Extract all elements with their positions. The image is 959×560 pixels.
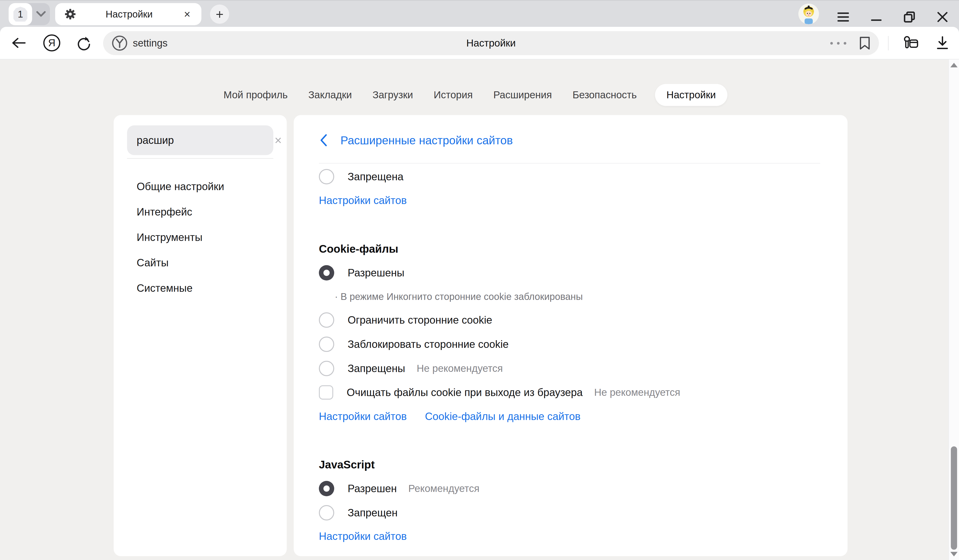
radio-unselected-icon[interactable] <box>319 169 334 185</box>
new-tab-button[interactable]: + <box>210 5 229 24</box>
not-recommended-note: Не рекомендуется <box>594 387 680 398</box>
radio-label: Запрещены <box>348 363 405 374</box>
radio-unselected-icon[interactable] <box>319 337 334 352</box>
radio-label: Запрещена <box>348 171 403 183</box>
sidebar-items: Общие настройки Интерфейс Инструменты Са… <box>114 174 287 301</box>
nav-tab-downloads[interactable]: Загрузки <box>370 84 416 106</box>
yandex-logo-icon: Я <box>43 34 61 52</box>
back-button[interactable] <box>7 27 30 59</box>
radio-label: Разрешен <box>348 482 397 495</box>
nav-tab-security[interactable]: Безопасность <box>570 84 639 106</box>
scrollbar-thumb[interactable] <box>951 446 957 550</box>
radio-option-forbidden-top[interactable]: Запрещена <box>319 168 820 185</box>
sidebar-item-tools[interactable]: Инструменты <box>114 224 287 250</box>
site-settings-link-2[interactable]: Настройки сайтов <box>319 410 407 422</box>
key-card-icon <box>903 36 919 50</box>
not-recommended-note: Не рекомендуется <box>417 363 503 374</box>
downloads-button[interactable] <box>929 27 956 59</box>
settings-nav-tabs: Мой профиль Закладки Загрузки История Ра… <box>0 83 948 107</box>
sidebar-item-sites[interactable]: Сайты <box>114 250 287 275</box>
nav-tab-profile[interactable]: Мой профиль <box>221 84 290 106</box>
radio-option-js-allowed[interactable]: Разрешен Рекомендуется <box>319 480 820 497</box>
section-back-title[interactable]: Расширенные настройки сайтов <box>341 134 513 147</box>
cookie-data-link[interactable]: Cookie-файлы и данные сайтов <box>425 410 581 422</box>
radio-selected-icon[interactable] <box>319 265 334 280</box>
tab-count-badge: 1 <box>13 7 27 22</box>
radio-unselected-icon[interactable] <box>319 361 334 376</box>
reload-icon <box>76 35 92 51</box>
sidebar-item-general[interactable]: Общие настройки <box>114 174 287 199</box>
radio-label: Ограничить сторонние cookie <box>348 314 492 326</box>
radio-selected-icon[interactable] <box>319 481 334 496</box>
settings-page: Мой профиль Закладки Загрузки История Ра… <box>0 59 959 560</box>
radio-unselected-icon[interactable] <box>319 505 334 520</box>
search-clear-button[interactable]: × <box>274 134 282 146</box>
nav-tab-settings[interactable]: Настройки <box>655 84 727 106</box>
radio-label: Разрешены <box>348 267 405 279</box>
checkbox-label: Очищать файлы cookie при выходе из брауз… <box>347 387 583 398</box>
radio-option-block-third-party[interactable]: Заблокировать сторонние cookie <box>319 336 820 353</box>
search-input[interactable] <box>137 134 274 146</box>
browser-tab[interactable]: Настройки × <box>55 3 201 25</box>
radio-option-js-forbidden[interactable]: Запрещен <box>319 504 820 521</box>
settings-content: Расширенные настройки сайтов Запрещена Н… <box>294 115 847 556</box>
minimize-icon <box>871 12 882 22</box>
javascript-section-heading: JavaScript <box>319 458 375 471</box>
checkbox-clear-cookies[interactable]: Очищать файлы cookie при выходе из брауз… <box>319 384 820 401</box>
site-settings-link-1[interactable]: Настройки сайтов <box>319 194 407 207</box>
radio-option-cookies-forbidden[interactable]: Запрещены Не рекомендуется <box>319 360 820 377</box>
page-title: Настройки <box>103 37 879 49</box>
download-icon <box>936 36 949 50</box>
address-bar[interactable]: settings Настройки <box>103 31 879 55</box>
profile-avatar[interactable] <box>798 3 819 24</box>
tab-close-button[interactable]: × <box>182 9 192 20</box>
radio-option-cookies-allowed[interactable]: Разрешены <box>319 264 820 281</box>
tab-list-chevron-button[interactable] <box>32 11 50 18</box>
nav-tab-extensions[interactable]: Расширения <box>491 84 554 106</box>
nav-tab-bookmarks[interactable]: Закладки <box>306 84 354 106</box>
passwords-button[interactable] <box>898 27 924 59</box>
address-text[interactable]: settings <box>133 37 167 49</box>
address-more-button[interactable] <box>830 42 846 45</box>
hamburger-icon <box>837 12 849 22</box>
incognito-note: · В режиме Инкогнито сторонние cookie за… <box>335 291 583 302</box>
back-arrow-icon <box>11 38 26 48</box>
svg-text:Я: Я <box>48 37 56 48</box>
settings-sidebar: × Общие настройки Интерфейс Инструменты … <box>114 115 287 556</box>
scroll-down-arrow[interactable] <box>950 552 957 557</box>
cookie-section-heading: Cookie-файлы <box>319 242 398 255</box>
radio-label: Заблокировать сторонние cookie <box>348 338 509 350</box>
scroll-up-arrow[interactable] <box>950 63 957 67</box>
avatar-image <box>798 3 819 24</box>
reload-button[interactable] <box>72 27 96 59</box>
page-scrollbar[interactable] <box>948 59 959 560</box>
sidebar-search[interactable]: × <box>127 126 273 155</box>
checkbox-unchecked-icon[interactable] <box>319 385 333 399</box>
back-chevron-icon[interactable] <box>319 134 328 147</box>
sidebar-item-system[interactable]: Системные <box>114 275 287 301</box>
bookmark-icon[interactable] <box>859 36 870 50</box>
yandex-home-button[interactable]: Я <box>40 27 63 59</box>
chevron-down-icon <box>35 11 47 18</box>
restore-icon <box>903 11 916 23</box>
radio-label: Запрещен <box>348 507 398 519</box>
content-divider <box>319 163 820 164</box>
tab-count-button[interactable]: 1 <box>9 3 32 25</box>
browser-toolbar: Я settings Настройки <box>0 27 959 59</box>
sidebar-divider <box>127 158 273 159</box>
close-icon <box>937 11 948 23</box>
toolbar-separator <box>888 36 889 50</box>
nav-tab-history[interactable]: История <box>431 84 475 106</box>
tab-list-button[interactable]: 1 <box>9 3 50 25</box>
search-engine-icon <box>112 35 127 51</box>
recommended-note: Рекомендуется <box>408 483 480 494</box>
gear-icon <box>65 9 76 20</box>
radio-unselected-icon[interactable] <box>319 312 334 328</box>
sidebar-item-interface[interactable]: Интерфейс <box>114 199 287 224</box>
tab-title: Настройки <box>76 9 182 20</box>
site-settings-link-3[interactable]: Настройки сайтов <box>319 530 407 542</box>
radio-option-limit-third-party[interactable]: Ограничить сторонние cookie <box>319 312 820 328</box>
